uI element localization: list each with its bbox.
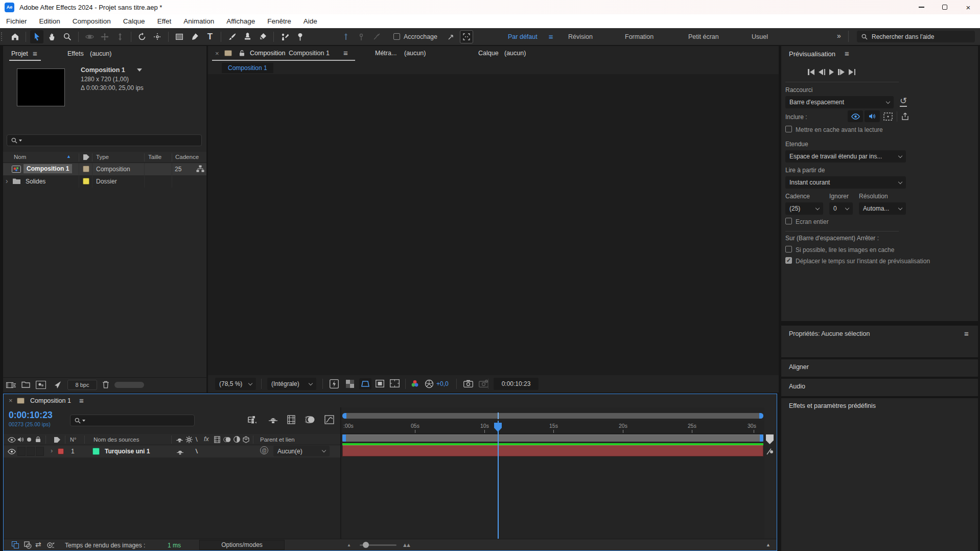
menu-calque[interactable]: Calque: [117, 17, 151, 25]
new-folder-icon[interactable]: [21, 381, 30, 388]
lock-column-icon[interactable]: [35, 436, 41, 443]
navigator-start-handle[interactable]: [342, 413, 346, 419]
include-overlays-icon[interactable]: [883, 112, 893, 121]
share-frame-icon[interactable]: [901, 112, 909, 121]
preview-title[interactable]: Prévisualisation: [789, 50, 835, 58]
layer-duration-bar[interactable]: [342, 445, 763, 456]
guides-safe-areas-icon[interactable]: [390, 379, 400, 387]
column-number[interactable]: N°: [70, 437, 76, 443]
viewer-tab-kind[interactable]: Composition: [250, 50, 285, 57]
viewer-tab-name[interactable]: Composition 1: [289, 50, 330, 57]
label-color-swatch[interactable]: [83, 166, 89, 172]
menu-affichage[interactable]: Affichage: [220, 17, 261, 25]
effects-presets-panel[interactable]: Effets et paramètres prédéfinis: [781, 398, 978, 551]
menu-animation[interactable]: Animation: [177, 17, 220, 25]
in-out-icon[interactable]: ⇄: [35, 540, 41, 548]
project-search-box[interactable]: [7, 134, 202, 146]
item-name[interactable]: Solides: [26, 178, 45, 185]
layer-parent-dropdown[interactable]: Aucun(e): [273, 446, 330, 456]
column-header-cadence[interactable]: Cadence: [175, 154, 199, 160]
switch-frame-blend-icon[interactable]: [214, 436, 220, 443]
home-tool-icon[interactable]: [8, 30, 21, 43]
pan-behind-anchor-tool-icon[interactable]: [151, 30, 164, 43]
interpret-footage-icon[interactable]: [6, 381, 16, 389]
switch-motion-blur-icon[interactable]: [223, 437, 231, 443]
layer-solo-cell[interactable]: [27, 447, 35, 456]
item-name[interactable]: Composition 1: [24, 164, 72, 173]
label-color-swatch[interactable]: [83, 178, 89, 185]
resolution-preview-dropdown[interactable]: Automa...: [859, 202, 906, 215]
layer-source-color-swatch[interactable]: [92, 448, 100, 455]
help-search-box[interactable]: Rechercher dans l'aide: [857, 31, 975, 42]
fullscreen-checkbox[interactable]: [785, 218, 792, 224]
last-frame-button[interactable]: [849, 69, 855, 75]
timeline-panel-menu-icon[interactable]: ≡: [79, 396, 84, 405]
type-tool-icon[interactable]: T: [203, 30, 217, 43]
switch-3d-icon[interactable]: [243, 436, 249, 443]
project-panel-menu-icon[interactable]: ≡: [33, 49, 37, 58]
close-button[interactable]: ×: [956, 0, 980, 14]
expand-chevron-icon[interactable]: ›: [6, 177, 8, 185]
workspace-tab-revision[interactable]: Révision: [568, 28, 593, 45]
show-snapshot-icon[interactable]: [479, 380, 488, 387]
align-panel[interactable]: Aligner: [781, 359, 978, 377]
solo-column-icon[interactable]: [27, 438, 31, 442]
resolution-dropdown[interactable]: (Intégrale): [267, 378, 316, 390]
skip-dropdown[interactable]: 0: [829, 202, 853, 215]
layer-shy-icon[interactable]: [176, 449, 184, 455]
maximize-button[interactable]: [933, 0, 956, 14]
menu-effet[interactable]: Effet: [151, 17, 178, 25]
hand-tool-icon[interactable]: [45, 30, 59, 43]
motion-blur-icon[interactable]: [305, 416, 315, 424]
column-parent[interactable]: Parent et lien: [260, 437, 295, 443]
adjust-icon[interactable]: [53, 381, 62, 389]
play-from-dropdown[interactable]: Instant courant: [785, 176, 906, 189]
composition-mini-flowchart-icon[interactable]: [248, 416, 258, 424]
search-dropdown-icon[interactable]: [82, 420, 85, 422]
switch-quality-icon[interactable]: \: [196, 436, 198, 443]
new-composition-icon[interactable]: [36, 381, 46, 389]
transparency-grid-icon[interactable]: [346, 380, 354, 388]
options-modes-button[interactable]: Options/modes: [199, 540, 285, 550]
expand-panel-icon[interactable]: ▲: [766, 542, 771, 547]
comp-marker-bin-icon[interactable]: [766, 434, 774, 444]
rotation-tool-icon[interactable]: [135, 30, 149, 43]
tab-metrage[interactable]: Métra...: [375, 50, 396, 57]
work-area-bar[interactable]: [342, 434, 763, 442]
menu-composition[interactable]: Composition: [66, 17, 117, 25]
tab-effets[interactable]: Effets: [67, 50, 84, 57]
tab-projet[interactable]: Projet: [11, 50, 28, 57]
next-frame-button[interactable]: [838, 69, 845, 75]
layer-pickwhip-icon[interactable]: @: [260, 446, 268, 454]
include-video-button[interactable]: [848, 110, 863, 122]
zoom-tool-icon[interactable]: [61, 30, 74, 43]
workspace-tab-par-defaut[interactable]: Par défaut ≡: [508, 28, 553, 45]
frame-blending-icon[interactable]: [287, 415, 295, 424]
column-header-type[interactable]: Type: [96, 154, 109, 160]
snap-features-icon[interactable]: [460, 30, 473, 43]
play-button[interactable]: [829, 69, 834, 75]
label-color-column-icon[interactable]: [83, 154, 90, 160]
layer-audio-cell[interactable]: [17, 447, 26, 456]
shy-layers-icon[interactable]: [268, 416, 278, 424]
work-area-end-handle[interactable]: [760, 434, 763, 442]
clone-stamp-tool-icon[interactable]: [241, 30, 254, 43]
exposure-icon[interactable]: [425, 379, 434, 388]
first-frame-button[interactable]: [808, 69, 814, 75]
rate-dropdown[interactable]: (25): [785, 202, 823, 215]
work-area-start-handle[interactable]: [342, 434, 346, 442]
project-row-composition[interactable]: Composition 1 Composition 25: [3, 163, 206, 175]
move-time-checkbox[interactable]: ✓: [785, 257, 792, 264]
flowchart-icon[interactable]: [196, 165, 204, 173]
zoom-in-mountains-icon[interactable]: ▲▲: [402, 542, 409, 548]
snail-performance-icon[interactable]: [46, 541, 55, 548]
region-of-interest-icon[interactable]: [376, 380, 384, 387]
fast-preview-icon[interactable]: [330, 379, 339, 388]
roto-brush-tool-icon[interactable]: [278, 30, 291, 43]
bit-depth-button[interactable]: 8 bpc: [67, 380, 97, 390]
properties-menu-icon[interactable]: ≡: [964, 329, 969, 338]
cache-before-checkbox[interactable]: [785, 126, 792, 132]
comp-button-icon[interactable]: [766, 447, 774, 455]
workspace-menu-icon[interactable]: ≡: [549, 32, 553, 41]
switch-fx-icon[interactable]: fx: [204, 435, 209, 443]
